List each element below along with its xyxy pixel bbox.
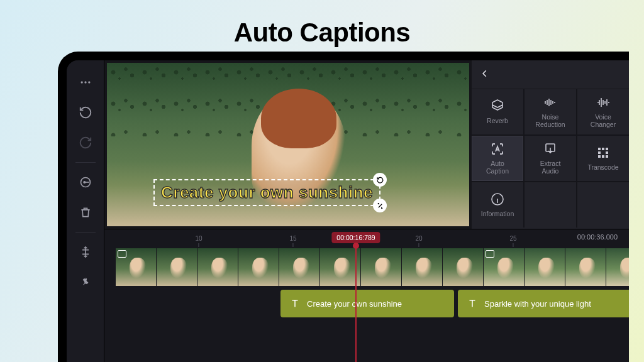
clip-thumbnail[interactable] xyxy=(484,248,524,286)
resize-handle-icon[interactable] xyxy=(373,199,387,212)
clip-thumbnail[interactable] xyxy=(157,248,197,286)
current-time-chip: 00:00:16:789 xyxy=(331,232,380,243)
panel-item-empty xyxy=(577,182,629,228)
clip-thumbnail[interactable] xyxy=(197,248,238,286)
clip-thumbnail[interactable] xyxy=(116,248,156,286)
hero-title: Auto Captions xyxy=(0,18,644,48)
text-icon xyxy=(289,298,301,309)
more-button[interactable] xyxy=(72,69,99,96)
caption-text: Create your own sunshine xyxy=(161,183,373,202)
clip-thumbnail[interactable] xyxy=(320,248,360,286)
clip-thumbnail[interactable] xyxy=(361,248,401,286)
clip-thumbnail[interactable] xyxy=(565,248,606,286)
svg-point-1 xyxy=(84,81,86,83)
panel-item-voice-changer[interactable]: Voice Changer xyxy=(577,89,629,134)
caption-clip[interactable]: Sparkle with your unique light xyxy=(458,290,629,317)
panel-item-label: Auto Caption xyxy=(486,160,509,175)
clip-thumbnail[interactable] xyxy=(606,248,629,286)
preview-area[interactable]: Create your own sunshine xyxy=(104,60,472,229)
video-track[interactable] xyxy=(104,247,629,287)
caption-clip[interactable]: Create your own sunshine xyxy=(280,290,454,317)
panel-grid: Reverb Noise Reduction Voice Changer xyxy=(472,89,629,228)
panel-item-information[interactable]: Information xyxy=(472,182,523,228)
rotate-handle-icon[interactable] xyxy=(373,173,387,187)
panel-item-reverb[interactable]: Reverb xyxy=(472,89,523,134)
panel-item-label: Transcode xyxy=(587,164,618,172)
image-icon xyxy=(118,250,126,258)
svg-rect-12 xyxy=(598,155,601,158)
panel-item-label: Reverb xyxy=(487,118,508,125)
panel-item-auto-caption[interactable]: Auto Caption xyxy=(472,136,523,181)
left-toolbar xyxy=(67,60,104,362)
svg-rect-5 xyxy=(86,182,89,183)
preview-canvas: Create your own sunshine xyxy=(107,63,469,226)
caption-overlay[interactable]: Create your own sunshine xyxy=(153,179,380,206)
clip-thumbnail[interactable] xyxy=(443,248,483,286)
playhead[interactable] xyxy=(355,243,357,362)
app-screen: Create your own sunshine xyxy=(67,60,629,362)
main-area: Create your own sunshine xyxy=(104,60,629,362)
svg-rect-11 xyxy=(606,151,608,154)
pin-button[interactable] xyxy=(72,269,99,295)
caption-track[interactable]: Create your own sunshine Sparkle with yo… xyxy=(104,287,629,320)
panel-item-empty xyxy=(525,182,576,228)
svg-rect-7 xyxy=(598,148,601,150)
redo-button[interactable] xyxy=(72,129,99,156)
svg-point-4 xyxy=(83,181,86,184)
svg-rect-13 xyxy=(602,155,604,158)
text-icon xyxy=(467,298,478,309)
clip-thumbnail[interactable] xyxy=(402,248,442,286)
clip-thumbnail[interactable] xyxy=(238,248,279,286)
svg-rect-9 xyxy=(606,148,608,150)
panel-item-label: Noise Reduction xyxy=(535,114,565,128)
duration-label: 00:00:36.000 xyxy=(577,233,618,241)
panel-item-label: Extract Audio xyxy=(540,160,561,175)
timeline-ruler[interactable]: 10 15 20 25 00:00:16:789 00:00:36.000 xyxy=(104,229,629,247)
svg-rect-10 xyxy=(598,151,601,154)
timeline[interactable]: 10 15 20 25 00:00:16:789 00:00:36.000 xyxy=(104,229,629,362)
svg-rect-8 xyxy=(602,148,604,150)
panel-item-label: Information xyxy=(481,211,514,218)
image-icon xyxy=(486,250,494,258)
panel-back-button[interactable] xyxy=(480,67,489,83)
panel-item-label: Voice Changer xyxy=(591,114,616,128)
caption-clip-label: Sparkle with your unique light xyxy=(484,299,591,309)
key-button[interactable] xyxy=(72,169,99,195)
undo-button[interactable] xyxy=(72,99,99,126)
toolbar-separator xyxy=(75,162,96,163)
caption-clip-label: Create your own sunshine xyxy=(307,299,402,309)
clip-thumbnail[interactable] xyxy=(525,248,565,286)
delete-button[interactable] xyxy=(72,199,99,226)
panel-item-noise-reduction[interactable]: Noise Reduction xyxy=(525,89,576,134)
toolbar-separator xyxy=(75,232,96,233)
panel-item-extract-audio[interactable]: Extract Audio xyxy=(525,136,576,181)
align-button[interactable] xyxy=(72,239,99,265)
tablet-frame: Create your own sunshine xyxy=(58,52,629,362)
audio-tools-panel: Reverb Noise Reduction Voice Changer xyxy=(472,60,629,229)
svg-point-0 xyxy=(80,81,82,83)
panel-item-transcode[interactable]: Transcode xyxy=(577,136,629,181)
svg-rect-14 xyxy=(606,155,608,158)
svg-point-2 xyxy=(88,81,90,83)
clip-thumbnail[interactable] xyxy=(279,248,319,286)
